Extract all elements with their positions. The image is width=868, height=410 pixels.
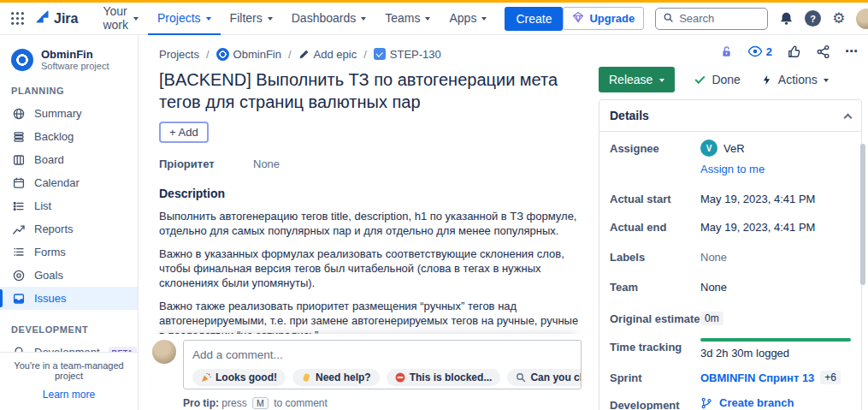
more-actions-icon[interactable]: ⋯ — [845, 44, 859, 59]
jira-logo-text: Jira — [54, 11, 78, 27]
jira-logo-icon — [35, 9, 50, 27]
actual-start-value[interactable]: May 19, 2023, 4:41 PM — [700, 190, 851, 207]
details-header[interactable]: Details — [599, 100, 861, 132]
forms-icon — [12, 246, 26, 259]
chip-looks-good[interactable]: Looks good! — [192, 369, 286, 386]
check-icon — [695, 73, 706, 83]
nav-right: Upgrade ? ⚙ — [563, 7, 868, 30]
sprint-more-count[interactable]: +6 — [820, 371, 841, 384]
labels-value[interactable]: None — [700, 248, 851, 265]
add-button[interactable]: + Add — [159, 122, 209, 143]
magnifier-icon — [516, 372, 526, 383]
priority-value[interactable]: None — [253, 157, 280, 170]
app-switcher-icon[interactable] — [10, 11, 25, 26]
priority-label: Пріоритет — [159, 157, 253, 170]
sprint-link[interactable]: OBMINFIN Спринт 13 — [700, 371, 814, 384]
top-nav: Jira Your work Projects Filters Dashboar… — [0, 3, 868, 35]
time-tracking-progress-bar — [700, 338, 851, 342]
vertical-scrollbar[interactable] — [860, 144, 865, 285]
breadcrumb-project[interactable]: ObminFin — [216, 48, 281, 61]
development-expand-icon[interactable] — [844, 407, 853, 410]
nav-item-filters[interactable]: Filters — [221, 3, 282, 35]
upgrade-button[interactable]: Upgrade — [563, 7, 644, 30]
like-thumbs-up-icon[interactable] — [787, 45, 801, 59]
sidebar-item-forms[interactable]: Forms — [0, 241, 138, 264]
team-value[interactable]: None — [700, 278, 851, 295]
sidebar-item-summary[interactable]: Summary — [0, 102, 138, 125]
status-release-button[interactable]: Release — [599, 67, 675, 92]
chevron-down-icon — [133, 17, 139, 21]
no-entry-icon — [395, 372, 405, 383]
project-type: Software project — [41, 61, 109, 71]
description-paragraph: Выполнить автогенерацию тегов title, des… — [159, 209, 580, 238]
create-button[interactable]: Create — [505, 7, 563, 31]
current-user-avatar — [152, 340, 176, 364]
breadcrumb-projects[interactable]: Projects — [159, 48, 199, 61]
nav-item-teams[interactable]: Teams — [375, 3, 440, 35]
share-icon[interactable] — [816, 45, 830, 59]
comment-input[interactable]: Add a comment... Looks good! Need help? … — [183, 340, 582, 389]
list-icon — [12, 199, 26, 213]
sidebar-footer: You're in a team-managed project Learn m… — [0, 352, 138, 410]
team-managed-note: You're in a team-managed project — [5, 360, 133, 381]
nav-item-your-work[interactable]: Your work — [93, 3, 148, 35]
user-avatar[interactable] — [856, 9, 868, 29]
chip-need-help[interactable]: Need help? — [292, 369, 380, 386]
original-estimate-row: Original estimate 0m — [599, 310, 861, 327]
sidebar-item-backlog[interactable]: Backlog — [0, 125, 138, 148]
status-action-row: Release Done Actions — [599, 67, 862, 92]
learn-more-link[interactable]: Learn more — [43, 389, 95, 401]
chip-blocked[interactable]: This is blocked... — [387, 369, 501, 386]
target-icon — [12, 269, 26, 282]
breadcrumb-issue-key[interactable]: STEP-130 — [374, 48, 441, 61]
sidebar-item-issues[interactable]: Issues — [0, 287, 138, 310]
time-tracking-value[interactable]: 3d 2h 30m logged — [700, 338, 851, 359]
chip-clarify[interactable]: Can you clarify...? — [507, 369, 582, 386]
party-popper-icon — [201, 372, 211, 383]
nav-item-dashboards[interactable]: Dashboards — [282, 3, 376, 35]
assignee-value[interactable]: V VeR — [700, 140, 851, 157]
sidebar-item-goals[interactable]: Goals — [0, 264, 138, 287]
description-body[interactable]: Выполнить автогенерацию тегов title, des… — [159, 209, 580, 342]
breadcrumb-add-epic[interactable]: Add epic — [298, 48, 357, 61]
labels-row: Labels None — [599, 248, 861, 265]
eye-icon — [747, 44, 763, 59]
help-icon[interactable]: ? — [805, 10, 821, 27]
backlog-icon — [12, 130, 26, 144]
chevron-down-icon — [481, 17, 487, 21]
keyboard-key-m: M — [252, 397, 269, 409]
actual-end-value[interactable]: May 19, 2023, 4:41 PM — [700, 218, 851, 235]
assign-to-me-link[interactable]: Assign to me — [700, 160, 851, 177]
restrict-lock-icon[interactable] — [720, 45, 733, 58]
description-heading: Description — [159, 187, 580, 200]
jira-logo[interactable]: Jira — [35, 9, 78, 27]
comment-placeholder: Add a comment... — [192, 348, 572, 361]
issue-title[interactable]: [BACKEND] Выполнить ТЗ по автогенерации … — [159, 68, 580, 113]
nav-menu: Your work Projects Filters Dashboards Te… — [93, 3, 496, 35]
original-estimate-value[interactable]: 0m — [700, 312, 723, 325]
create-branch-link[interactable]: Create branch — [700, 396, 845, 409]
watchers[interactable]: 2 — [747, 44, 772, 59]
board-icon — [12, 153, 26, 167]
branch-icon — [700, 397, 712, 409]
project-header[interactable]: ObminFin Software project — [0, 48, 138, 71]
breadcrumb: Projects / ObminFin / Add epic / STEP-13… — [159, 47, 580, 61]
issues-icon — [12, 292, 26, 306]
actions-dropdown[interactable]: Actions — [761, 73, 829, 86]
nav-item-projects[interactable]: Projects — [148, 3, 221, 35]
settings-gear-icon[interactable]: ⚙ — [832, 11, 845, 26]
sidebar-item-board[interactable]: Board — [0, 148, 138, 171]
watchers-count: 2 — [766, 45, 772, 58]
priority-field: Пріоритет None — [159, 157, 580, 170]
task-checkbox-icon — [374, 48, 386, 60]
sidebar-item-calendar[interactable]: Calendar — [0, 171, 138, 194]
notifications-bell-icon[interactable] — [779, 11, 794, 26]
search-input[interactable] — [679, 12, 758, 25]
sidebar-item-reports[interactable]: Reports — [0, 217, 138, 241]
waving-hand-icon — [301, 372, 311, 383]
done-toggle[interactable]: Done — [695, 73, 740, 86]
nav-item-apps[interactable]: Apps — [440, 3, 496, 35]
chevron-down-icon — [659, 79, 664, 82]
sidebar-item-list[interactable]: List — [0, 194, 138, 217]
chevron-down-icon — [425, 17, 430, 21]
